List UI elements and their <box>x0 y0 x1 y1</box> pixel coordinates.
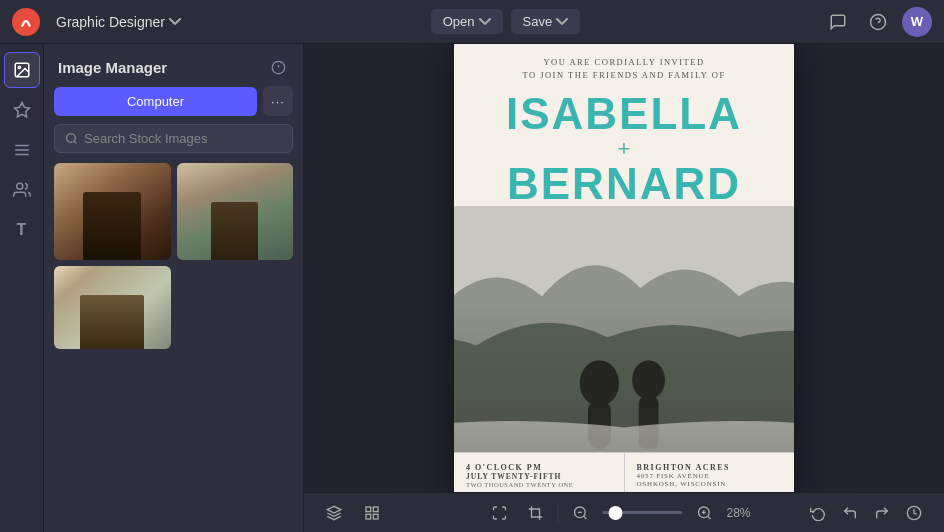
search-icon <box>65 132 78 145</box>
svg-rect-16 <box>588 399 611 448</box>
venue-name: BRIGHTON ACRES <box>637 463 783 472</box>
header-left: Graphic Designer <box>12 8 189 36</box>
card-footer-left: 4 O'CLOCK PM JULY TWENTY-FIFTH TWO THOUS… <box>454 453 625 492</box>
layers-toolbar-button[interactable] <box>320 499 348 527</box>
zoom-out-button[interactable] <box>567 499 595 527</box>
app-name-label: Graphic Designer <box>56 14 165 30</box>
toolbar-center: 28% <box>486 499 763 527</box>
svg-rect-19 <box>639 396 659 449</box>
images-grid <box>44 163 303 349</box>
svg-rect-24 <box>366 514 371 519</box>
svg-point-15 <box>580 360 619 406</box>
bottom-toolbar: 28% <box>304 492 944 532</box>
header: Graphic Designer Open Save W <box>0 0 944 44</box>
canvas-content: YOU ARE CORDIALLY INVITEDTO JOIN THE FRI… <box>304 44 944 492</box>
header-right: W <box>822 6 932 38</box>
card-invited-text: YOU ARE CORDIALLY INVITEDTO JOIN THE FRI… <box>502 44 745 88</box>
svg-point-18 <box>632 360 665 399</box>
open-button[interactable]: Open <box>431 9 503 34</box>
panel-header: Image Manager <box>44 44 303 86</box>
effects-rail-icon[interactable] <box>4 92 40 128</box>
undo-button[interactable] <box>836 499 864 527</box>
image-thumb-1[interactable] <box>54 163 171 260</box>
svg-point-12 <box>67 134 76 143</box>
info-button[interactable] <box>267 56 289 78</box>
toolbar-left <box>320 499 386 527</box>
svg-rect-23 <box>373 507 378 512</box>
crop-button[interactable] <box>522 499 550 527</box>
chat-button[interactable] <box>822 6 854 38</box>
toolbar-divider <box>558 503 559 523</box>
panel-toolbar: Computer ··· <box>44 86 303 124</box>
venue-city: OSHKOSH, WISCONSIN <box>637 480 783 488</box>
computer-button[interactable]: Computer <box>54 87 257 116</box>
svg-point-17 <box>588 365 611 388</box>
svg-line-13 <box>74 141 76 143</box>
search-stock-label: Search Stock Images <box>84 131 208 146</box>
image-thumb-3[interactable] <box>54 266 171 349</box>
card-couple-photo <box>454 206 794 452</box>
zoom-slider[interactable] <box>603 511 683 514</box>
people-rail-icon[interactable] <box>4 172 40 208</box>
card-plus: + <box>506 136 742 162</box>
card-footer-right: BRIGHTON ACRES 4057 FISK AVENUE OSHKOSH,… <box>625 453 795 492</box>
zoom-percentage: 28% <box>727 506 763 520</box>
svg-rect-22 <box>366 507 371 512</box>
app-name-button[interactable]: Graphic Designer <box>48 10 189 34</box>
card-names: ISABELLA + BERNARD <box>490 88 758 206</box>
reset-button[interactable] <box>804 499 832 527</box>
grid-toolbar-button[interactable] <box>358 499 386 527</box>
invitation-card[interactable]: YOU ARE CORDIALLY INVITEDTO JOIN THE FRI… <box>454 44 794 492</box>
svg-point-8 <box>16 183 22 189</box>
venue-address: 4057 FISK AVENUE <box>637 472 783 480</box>
svg-rect-25 <box>373 514 378 519</box>
footer-date: JULY TWENTY-FIFTH <box>466 472 612 481</box>
image-thumb-2[interactable] <box>177 163 294 260</box>
more-options-button[interactable]: ··· <box>263 86 293 116</box>
main-area: T Image Manager Computer ··· Search Stoc… <box>0 44 944 532</box>
icon-rail: T <box>0 44 44 532</box>
history-button[interactable] <box>900 499 928 527</box>
redo-button[interactable] <box>868 499 896 527</box>
footer-time: 4 O'CLOCK PM <box>466 463 612 472</box>
canvas-area: YOU ARE CORDIALLY INVITEDTO JOIN THE FRI… <box>304 44 944 532</box>
search-stock-bar[interactable]: Search Stock Images <box>54 124 293 153</box>
image-manager-panel: Image Manager Computer ··· Search Stock … <box>44 44 304 532</box>
header-center: Open Save <box>431 9 580 34</box>
card-name-second: BERNARD <box>506 162 742 206</box>
zoom-in-button[interactable] <box>691 499 719 527</box>
svg-rect-14 <box>454 206 794 452</box>
app-logo <box>12 8 40 36</box>
panel-title: Image Manager <box>58 59 167 76</box>
svg-point-20 <box>637 362 660 385</box>
svg-marker-21 <box>327 506 340 513</box>
help-button[interactable] <box>862 6 894 38</box>
text-rail-icon[interactable]: T <box>4 212 40 248</box>
svg-line-27 <box>584 516 587 519</box>
svg-line-30 <box>708 516 711 519</box>
fit-button[interactable] <box>486 499 514 527</box>
card-name-first: ISABELLA <box>506 92 742 136</box>
toolbar-right <box>804 499 928 527</box>
svg-marker-4 <box>14 103 29 117</box>
user-avatar-button[interactable]: W <box>902 7 932 37</box>
save-button[interactable]: Save <box>511 9 581 34</box>
card-footer: 4 O'CLOCK PM JULY TWENTY-FIFTH TWO THOUS… <box>454 452 794 492</box>
footer-year: TWO THOUSAND TWENTY ONE <box>466 481 612 488</box>
layers-rail-icon[interactable] <box>4 132 40 168</box>
svg-point-3 <box>18 66 20 68</box>
images-rail-icon[interactable] <box>4 52 40 88</box>
